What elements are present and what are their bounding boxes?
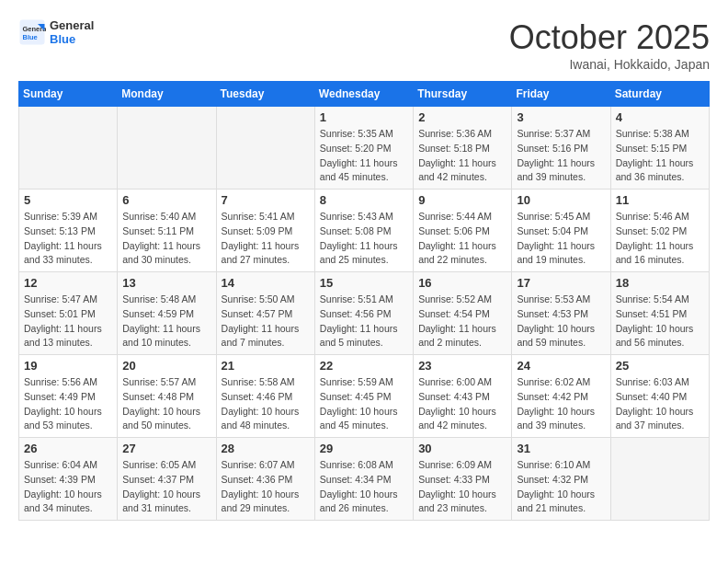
day-number: 7 — [222, 193, 310, 207]
day-number: 14 — [222, 276, 310, 290]
day-number: 16 — [418, 276, 506, 290]
day-info: Sunrise: 6:08 AMSunset: 4:34 PMDaylight:… — [320, 458, 408, 516]
calendar-table: SundayMondayTuesdayWednesdayThursdayFrid… — [18, 81, 710, 521]
calendar-cell: 17Sunrise: 5:53 AMSunset: 4:53 PMDayligh… — [512, 272, 610, 355]
day-info: Sunrise: 5:58 AMSunset: 4:46 PMDaylight:… — [222, 375, 310, 433]
day-info: Sunrise: 5:45 AMSunset: 5:04 PMDaylight:… — [517, 210, 605, 268]
day-number: 31 — [517, 442, 605, 455]
day-number: 5 — [24, 193, 112, 207]
calendar-cell — [610, 438, 709, 521]
calendar-cell: 19Sunrise: 5:56 AMSunset: 4:49 PMDayligh… — [19, 355, 118, 438]
day-info: Sunrise: 5:48 AMSunset: 4:59 PMDaylight:… — [122, 293, 210, 350]
calendar-cell: 3Sunrise: 5:37 AMSunset: 5:16 PMDaylight… — [512, 107, 610, 190]
day-number: 20 — [122, 359, 210, 373]
day-info: Sunrise: 5:52 AMSunset: 4:54 PMDaylight:… — [418, 293, 506, 350]
day-info: Sunrise: 5:59 AMSunset: 4:45 PMDaylight:… — [320, 375, 408, 433]
day-number: 28 — [222, 442, 310, 455]
day-info: Sunrise: 5:54 AMSunset: 4:51 PMDaylight:… — [616, 293, 704, 350]
calendar-week-row: 19Sunrise: 5:56 AMSunset: 4:49 PMDayligh… — [19, 355, 710, 438]
calendar-week-row: 26Sunrise: 6:04 AMSunset: 4:39 PMDayligh… — [19, 438, 710, 521]
calendar-cell: 26Sunrise: 6:04 AMSunset: 4:39 PMDayligh… — [19, 438, 118, 521]
svg-text:Blue: Blue — [23, 33, 38, 41]
day-number: 8 — [320, 193, 408, 207]
calendar-week-row: 12Sunrise: 5:47 AMSunset: 5:01 PMDayligh… — [19, 272, 710, 355]
day-number: 15 — [320, 276, 408, 290]
day-info: Sunrise: 5:37 AMSunset: 5:16 PMDaylight:… — [517, 127, 605, 185]
calendar-cell: 30Sunrise: 6:09 AMSunset: 4:33 PMDayligh… — [414, 438, 512, 521]
calendar-cell: 13Sunrise: 5:48 AMSunset: 4:59 PMDayligh… — [118, 272, 216, 355]
weekday-header: Wednesday — [314, 82, 413, 107]
calendar-cell: 12Sunrise: 5:47 AMSunset: 5:01 PMDayligh… — [19, 272, 118, 355]
day-info: Sunrise: 5:47 AMSunset: 5:01 PMDaylight:… — [24, 293, 112, 350]
calendar-cell: 31Sunrise: 6:10 AMSunset: 4:32 PMDayligh… — [512, 438, 610, 521]
day-info: Sunrise: 6:07 AMSunset: 4:36 PMDaylight:… — [222, 458, 310, 516]
day-number: 18 — [616, 276, 704, 290]
day-info: Sunrise: 6:00 AMSunset: 4:43 PMDaylight:… — [418, 375, 506, 433]
weekday-header: Thursday — [414, 82, 512, 107]
weekday-header-row: SundayMondayTuesdayWednesdayThursdayFrid… — [19, 82, 710, 107]
day-number: 27 — [122, 442, 210, 455]
day-info: Sunrise: 5:44 AMSunset: 5:06 PMDaylight:… — [418, 210, 506, 268]
day-number: 12 — [24, 276, 112, 290]
weekday-header: Monday — [118, 82, 216, 107]
page-header: General Blue General Blue October 2025 I… — [18, 18, 710, 72]
day-info: Sunrise: 5:41 AMSunset: 5:09 PMDaylight:… — [222, 210, 310, 268]
calendar-cell — [118, 107, 216, 190]
day-number: 19 — [24, 359, 112, 373]
day-info: Sunrise: 6:05 AMSunset: 4:37 PMDaylight:… — [122, 458, 210, 516]
logo-line2: Blue — [50, 32, 94, 46]
calendar-cell — [216, 107, 314, 190]
calendar-cell: 20Sunrise: 5:57 AMSunset: 4:48 PMDayligh… — [118, 355, 216, 438]
day-info: Sunrise: 6:04 AMSunset: 4:39 PMDaylight:… — [24, 458, 112, 516]
calendar-cell: 24Sunrise: 6:02 AMSunset: 4:42 PMDayligh… — [512, 355, 610, 438]
day-info: Sunrise: 5:38 AMSunset: 5:15 PMDaylight:… — [616, 127, 704, 185]
calendar-week-row: 1Sunrise: 5:35 AMSunset: 5:20 PMDaylight… — [19, 107, 710, 190]
calendar-cell: 4Sunrise: 5:38 AMSunset: 5:15 PMDaylight… — [610, 107, 709, 190]
calendar-cell: 15Sunrise: 5:51 AMSunset: 4:56 PMDayligh… — [314, 272, 413, 355]
calendar-cell: 22Sunrise: 5:59 AMSunset: 4:45 PMDayligh… — [314, 355, 413, 438]
day-info: Sunrise: 5:53 AMSunset: 4:53 PMDaylight:… — [517, 293, 605, 350]
day-info: Sunrise: 5:50 AMSunset: 4:57 PMDaylight:… — [222, 293, 310, 350]
day-number: 21 — [222, 359, 310, 373]
calendar-cell — [19, 107, 118, 190]
day-number: 1 — [320, 110, 408, 124]
title-block: October 2025 Iwanai, Hokkaido, Japan — [509, 18, 710, 72]
day-number: 25 — [616, 359, 704, 373]
day-number: 11 — [616, 193, 704, 207]
calendar-cell: 29Sunrise: 6:08 AMSunset: 4:34 PMDayligh… — [314, 438, 413, 521]
calendar-cell: 14Sunrise: 5:50 AMSunset: 4:57 PMDayligh… — [216, 272, 314, 355]
day-info: Sunrise: 5:56 AMSunset: 4:49 PMDaylight:… — [24, 375, 112, 433]
day-number: 30 — [418, 442, 506, 455]
logo-icon: General Blue — [18, 18, 46, 46]
day-number: 17 — [517, 276, 605, 290]
weekday-header: Sunday — [19, 82, 118, 107]
day-number: 6 — [122, 193, 210, 207]
day-number: 4 — [616, 110, 704, 124]
day-info: Sunrise: 5:35 AMSunset: 5:20 PMDaylight:… — [320, 127, 408, 185]
calendar-cell: 28Sunrise: 6:07 AMSunset: 4:36 PMDayligh… — [216, 438, 314, 521]
day-info: Sunrise: 5:57 AMSunset: 4:48 PMDaylight:… — [122, 375, 210, 433]
calendar-cell: 23Sunrise: 6:00 AMSunset: 4:43 PMDayligh… — [414, 355, 512, 438]
day-number: 22 — [320, 359, 408, 373]
calendar-cell: 7Sunrise: 5:41 AMSunset: 5:09 PMDaylight… — [216, 190, 314, 272]
calendar-cell: 25Sunrise: 6:03 AMSunset: 4:40 PMDayligh… — [610, 355, 709, 438]
day-number: 26 — [24, 442, 112, 455]
calendar-cell: 2Sunrise: 5:36 AMSunset: 5:18 PMDaylight… — [414, 107, 512, 190]
logo: General Blue General Blue — [18, 18, 94, 46]
day-info: Sunrise: 5:40 AMSunset: 5:11 PMDaylight:… — [122, 210, 210, 268]
calendar-cell: 27Sunrise: 6:05 AMSunset: 4:37 PMDayligh… — [118, 438, 216, 521]
calendar-cell: 18Sunrise: 5:54 AMSunset: 4:51 PMDayligh… — [610, 272, 709, 355]
calendar-cell: 10Sunrise: 5:45 AMSunset: 5:04 PMDayligh… — [512, 190, 610, 272]
day-info: Sunrise: 5:51 AMSunset: 4:56 PMDaylight:… — [320, 293, 408, 350]
day-number: 9 — [418, 193, 506, 207]
weekday-header: Friday — [512, 82, 610, 107]
weekday-header: Tuesday — [216, 82, 314, 107]
calendar-cell: 21Sunrise: 5:58 AMSunset: 4:46 PMDayligh… — [216, 355, 314, 438]
month-title: October 2025 — [509, 18, 710, 57]
location: Iwanai, Hokkaido, Japan — [509, 57, 710, 72]
day-number: 2 — [418, 110, 506, 124]
weekday-header: Saturday — [610, 82, 709, 107]
calendar-cell: 6Sunrise: 5:40 AMSunset: 5:11 PMDaylight… — [118, 190, 216, 272]
day-info: Sunrise: 6:10 AMSunset: 4:32 PMDaylight:… — [517, 458, 605, 516]
day-info: Sunrise: 5:46 AMSunset: 5:02 PMDaylight:… — [616, 210, 704, 268]
